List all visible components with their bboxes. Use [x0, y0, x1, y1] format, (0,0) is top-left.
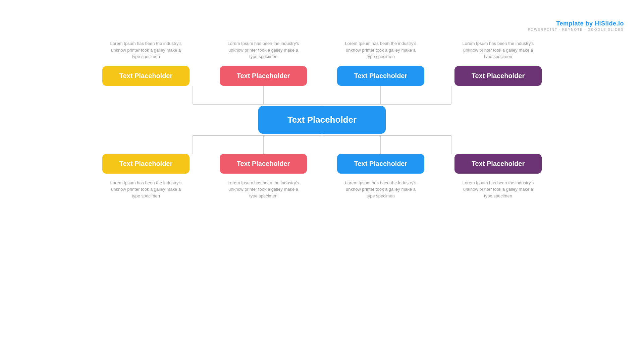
- top-node-col-1: Lorem Ipsum has been the industry's unkn…: [87, 40, 205, 86]
- bot-btn-2[interactable]: Text Placeholder: [220, 154, 307, 174]
- brand-text: Template by HiSlide.io: [528, 20, 624, 27]
- watermark: Template by HiSlide.io POWERPOINT · KEYN…: [528, 20, 624, 32]
- bot-node-col-3: Text Placeholder Lorem Ipsum has been th…: [322, 154, 439, 199]
- center-block: Text Placeholder: [258, 106, 386, 134]
- top-desc-4: Lorem Ipsum has been the industry's unkn…: [461, 40, 535, 60]
- top-connector-svg: [134, 86, 510, 106]
- brand-sub: POWERPOINT · KEYNOTE · GOOGLE SLIDES: [528, 28, 624, 32]
- bot-desc-3: Lorem Ipsum has been the industry's unkn…: [344, 180, 418, 199]
- top-node-col-4: Lorem Ipsum has been the industry's unkn…: [439, 40, 557, 86]
- top-btn-4[interactable]: Text Placeholder: [454, 66, 542, 86]
- top-desc-2: Lorem Ipsum has been the industry's unkn…: [226, 40, 300, 60]
- top-desc-3: Lorem Ipsum has been the industry's unkn…: [344, 40, 418, 60]
- brand-prefix: Template by: [556, 20, 595, 27]
- bot-btn-3[interactable]: Text Placeholder: [337, 154, 424, 174]
- center-btn[interactable]: Text Placeholder: [258, 106, 386, 134]
- bot-desc-4: Lorem Ipsum has been the industry's unkn…: [461, 180, 535, 199]
- bottom-connector-svg: [134, 134, 510, 154]
- top-btn-1[interactable]: Text Placeholder: [102, 66, 190, 86]
- bottom-row: Text Placeholder Lorem Ipsum has been th…: [87, 154, 557, 199]
- top-row: Lorem Ipsum has been the industry's unkn…: [87, 40, 557, 86]
- top-btn-2[interactable]: Text Placeholder: [220, 66, 307, 86]
- bot-node-col-2: Text Placeholder Lorem Ipsum has been th…: [205, 154, 322, 199]
- bot-node-col-4: Text Placeholder Lorem Ipsum has been th…: [439, 154, 557, 199]
- top-btn-3[interactable]: Text Placeholder: [337, 66, 424, 86]
- top-node-col-3: Lorem Ipsum has been the industry's unkn…: [322, 40, 439, 86]
- bot-btn-4[interactable]: Text Placeholder: [454, 154, 542, 174]
- top-node-col-2: Lorem Ipsum has been the industry's unkn…: [205, 40, 322, 86]
- bot-desc-2: Lorem Ipsum has been the industry's unkn…: [226, 180, 300, 199]
- bot-node-col-1: Text Placeholder Lorem Ipsum has been th…: [87, 154, 205, 199]
- brand-name: HiSlide.io: [595, 20, 624, 27]
- top-desc-1: Lorem Ipsum has been the industry's unkn…: [109, 40, 183, 60]
- bot-btn-1[interactable]: Text Placeholder: [102, 154, 190, 174]
- diagram: Lorem Ipsum has been the industry's unkn…: [0, 40, 644, 362]
- bot-desc-1: Lorem Ipsum has been the industry's unkn…: [109, 180, 183, 199]
